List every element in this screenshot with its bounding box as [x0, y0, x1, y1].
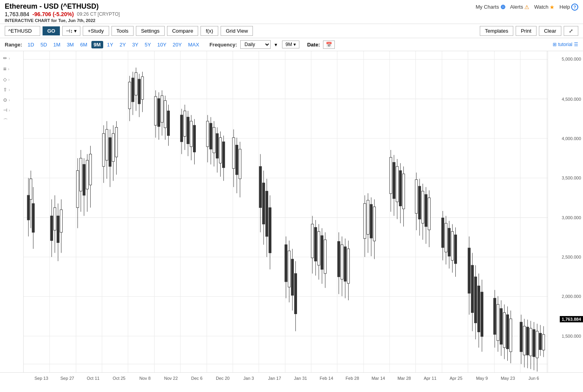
- tutorial-link[interactable]: ⊞ tutorial ☰: [553, 42, 578, 47]
- range-3y[interactable]: 3Y: [130, 41, 141, 48]
- range-1d[interactable]: 1D: [25, 41, 37, 48]
- range-label: Range:: [5, 42, 22, 48]
- alerts-button[interactable]: Alerts ⚠: [510, 4, 529, 10]
- candle-group-mar14: [364, 193, 375, 259]
- svg-rect-174: [442, 218, 444, 248]
- x-label-sep13: Sep 13: [28, 376, 54, 381]
- price-axis: 5,000.000 4,500.000 4,000.000 3,500.000 …: [548, 51, 583, 372]
- calendar-button[interactable]: 📅: [323, 41, 335, 49]
- candle-group-feb28: [338, 232, 349, 300]
- svg-rect-216: [536, 331, 538, 358]
- chevron-right-icon3: ›: [8, 78, 9, 82]
- svg-rect-138: [338, 241, 340, 277]
- range-10y[interactable]: 10Y: [155, 41, 169, 48]
- candle-group-sep27: [50, 195, 62, 261]
- svg-rect-150: [370, 204, 372, 238]
- svg-rect-112: [259, 166, 262, 208]
- draw-icon: ✏: [3, 55, 7, 61]
- svg-rect-218: [539, 333, 542, 350]
- chart-title: Ethereum - USD (^ETHUSD): [5, 2, 120, 11]
- shapes-tool[interactable]: ◇ ›: [2, 76, 22, 83]
- range-2y[interactable]: 2Y: [117, 41, 128, 48]
- grid-icon: ⊞: [553, 42, 557, 47]
- templates-button[interactable]: Templates: [480, 26, 513, 36]
- svg-rect-128: [311, 224, 314, 258]
- chart-type-button[interactable]: ⊣↕ ▾: [62, 26, 80, 36]
- x-label-nov22: Nov 22: [158, 376, 184, 381]
- arrows-tool[interactable]: ⇧ ›: [2, 86, 22, 94]
- grid-view-button[interactable]: Grid View: [221, 26, 253, 36]
- svg-rect-48: [83, 165, 85, 195]
- fx-button[interactable]: f(x): [201, 26, 218, 36]
- frequency-select[interactable]: Daily Weekly Monthly: [240, 40, 271, 49]
- go-button[interactable]: GO: [43, 26, 60, 35]
- range-3m[interactable]: 3M: [64, 41, 76, 48]
- tools2-icon: ⊣: [3, 107, 7, 113]
- range-1y[interactable]: 1Y: [105, 41, 116, 48]
- expand-button[interactable]: ⤢: [564, 26, 578, 36]
- svg-rect-36: [50, 216, 53, 240]
- svg-rect-90: [190, 121, 192, 147]
- svg-rect-86: [184, 111, 186, 137]
- svg-rect-114: [262, 183, 265, 224]
- candle-group-sep13: [27, 170, 34, 249]
- range-max[interactable]: MAX: [186, 41, 201, 48]
- price-label-2000: 2,000.000: [562, 294, 581, 299]
- help-button[interactable]: Help ?: [559, 4, 578, 11]
- alerts-icon: ⚠: [524, 4, 529, 10]
- range-9m[interactable]: 9M: [91, 41, 103, 48]
- svg-rect-38: [54, 208, 56, 231]
- svg-rect-146: [364, 203, 366, 239]
- arc-tool[interactable]: ⌒: [2, 116, 22, 126]
- tools2-tool[interactable]: ⊣ ›: [2, 106, 22, 114]
- range-6m[interactable]: 6M: [78, 41, 89, 48]
- candle-group-apr11: [415, 173, 431, 247]
- study-button[interactable]: +Study: [83, 26, 109, 36]
- candle-group-jun6: [520, 315, 545, 372]
- price-change: -96.706 (-5.20%): [32, 11, 74, 17]
- markers-tool[interactable]: ⊙ ›: [2, 96, 22, 104]
- current-price-label: 1,763.884: [560, 316, 583, 322]
- chart-area[interactable]: [24, 51, 548, 372]
- compare-button[interactable]: Compare: [167, 26, 198, 36]
- clear-button[interactable]: Clear: [539, 26, 561, 36]
- svg-rect-140: [341, 245, 343, 279]
- svg-rect-158: [396, 166, 398, 202]
- svg-rect-180: [451, 231, 453, 260]
- my-charts-button[interactable]: My Charts ⊕: [475, 3, 505, 11]
- range-1m[interactable]: 1M: [51, 41, 63, 48]
- price-label-4000: 4,000.000: [562, 136, 581, 141]
- svg-rect-58: [109, 138, 111, 166]
- svg-rect-214: [533, 329, 535, 357]
- lines-tool[interactable]: ≡ ›: [2, 65, 22, 73]
- price-label-2500: 2,500.000: [562, 255, 581, 259]
- x-label-oct11: Oct 11: [80, 376, 106, 381]
- svg-rect-30: [27, 195, 30, 220]
- svg-rect-178: [448, 228, 450, 256]
- candlestick-chart: [24, 51, 548, 372]
- svg-rect-100: [216, 133, 218, 158]
- draw-tool[interactable]: ✏ ›: [2, 54, 22, 62]
- tools-button[interactable]: Tools: [111, 26, 134, 36]
- svg-rect-166: [418, 186, 421, 219]
- svg-rect-148: [367, 200, 369, 235]
- print-button[interactable]: Print: [516, 26, 537, 36]
- svg-rect-42: [60, 210, 62, 233]
- range-5y[interactable]: 5Y: [142, 41, 153, 48]
- range-20y[interactable]: 20Y: [170, 41, 184, 48]
- chevron-right-icon5: ›: [9, 98, 10, 102]
- candle-group-dec6: [180, 105, 196, 165]
- range-5d[interactable]: 5D: [38, 41, 50, 48]
- settings-button[interactable]: Settings: [136, 26, 165, 36]
- price-label-5000: 5,000.000: [562, 57, 581, 61]
- period-select[interactable]: 9M ▾: [282, 41, 299, 48]
- svg-rect-32: [30, 179, 32, 199]
- svg-rect-116: [266, 191, 268, 237]
- watch-button[interactable]: Watch ★: [534, 4, 555, 10]
- x-label-dec6: Dec 6: [184, 376, 210, 381]
- price-label-4500: 4,500.000: [562, 97, 581, 102]
- svg-rect-152: [373, 207, 375, 241]
- symbol-input[interactable]: [5, 26, 40, 36]
- toolbar: GO ⊣↕ ▾ +Study Tools Settings Compare f(…: [0, 24, 583, 38]
- svg-rect-96: [210, 123, 212, 149]
